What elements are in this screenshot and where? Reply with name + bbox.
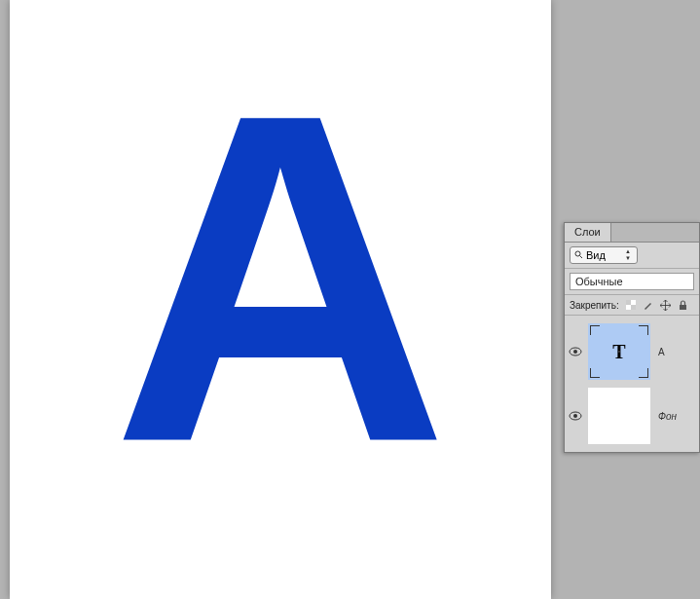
canvas-area[interactable]: А — [10, 0, 551, 599]
tab-layers[interactable]: Слои — [565, 223, 611, 242]
svg-rect-2 — [626, 300, 631, 305]
lock-row: Закрепить: — [565, 295, 699, 316]
layer-thumbnail[interactable] — [586, 386, 652, 446]
lock-brush-icon[interactable] — [643, 299, 654, 311]
panel-tab-bar: Слои — [565, 223, 699, 243]
svg-rect-4 — [631, 300, 636, 305]
lock-all-icon[interactable] — [678, 299, 689, 311]
svg-point-8 — [573, 350, 577, 354]
layer-item-text[interactable]: T А — [565, 319, 699, 384]
layer-kind-dropdown[interactable]: Вид ▲▼ — [570, 246, 638, 264]
canvas-text-letter[interactable]: А — [112, 45, 450, 512]
layers-panel: Слои Вид ▲▼ Обычные Закрепить: — [564, 222, 700, 453]
dropdown-stepper-icon: ▲▼ — [623, 248, 633, 262]
visibility-toggle[interactable] — [565, 411, 586, 421]
layer-name-label[interactable]: Фон — [652, 411, 677, 422]
eye-icon — [569, 411, 582, 421]
visibility-toggle[interactable] — [565, 347, 586, 356]
svg-rect-5 — [626, 305, 631, 310]
svg-rect-6 — [680, 305, 686, 310]
blend-mode-field[interactable]: Обычные — [570, 273, 694, 290]
svg-point-10 — [573, 414, 577, 418]
type-layer-icon: T — [612, 341, 625, 363]
lock-transparency-icon[interactable] — [625, 299, 637, 311]
eye-icon — [569, 347, 582, 356]
view-dropdown-label: Вид — [586, 249, 606, 261]
lock-label: Закрепить: — [570, 300, 619, 311]
svg-line-1 — [580, 255, 583, 258]
layer-item-background[interactable]: Фон — [565, 384, 699, 448]
layer-name-label[interactable]: А — [652, 347, 665, 357]
svg-point-0 — [575, 251, 580, 256]
layer-thumbnail[interactable]: T — [586, 321, 652, 382]
layers-list: T А Фон — [565, 316, 699, 452]
lock-position-icon[interactable] — [660, 299, 672, 311]
svg-rect-3 — [631, 305, 636, 310]
search-icon — [574, 250, 583, 261]
blend-mode-row: Обычные — [565, 269, 699, 295]
view-dropdown-row: Вид ▲▼ — [565, 243, 699, 269]
